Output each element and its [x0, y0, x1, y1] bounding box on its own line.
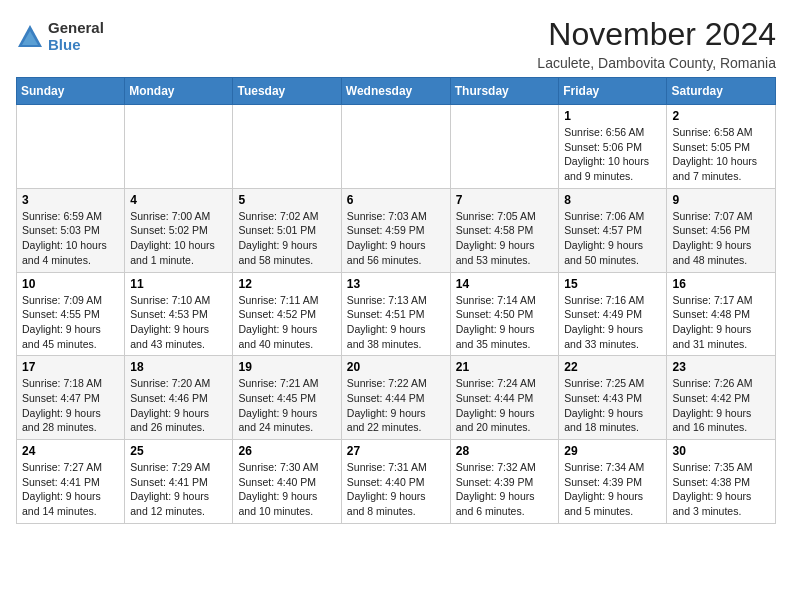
day-number: 23 [672, 360, 770, 374]
calendar-header-row: SundayMondayTuesdayWednesdayThursdayFrid… [17, 78, 776, 105]
day-info: Sunrise: 7:20 AM Sunset: 4:46 PM Dayligh… [130, 376, 227, 435]
month-title: November 2024 [537, 16, 776, 53]
calendar-cell: 8Sunrise: 7:06 AM Sunset: 4:57 PM Daylig… [559, 188, 667, 272]
day-number: 29 [564, 444, 661, 458]
calendar-cell: 19Sunrise: 7:21 AM Sunset: 4:45 PM Dayli… [233, 356, 341, 440]
day-info: Sunrise: 7:13 AM Sunset: 4:51 PM Dayligh… [347, 293, 445, 352]
calendar-week-row: 1Sunrise: 6:56 AM Sunset: 5:06 PM Daylig… [17, 105, 776, 189]
day-number: 20 [347, 360, 445, 374]
day-info: Sunrise: 7:02 AM Sunset: 5:01 PM Dayligh… [238, 209, 335, 268]
day-info: Sunrise: 7:07 AM Sunset: 4:56 PM Dayligh… [672, 209, 770, 268]
weekday-header: Thursday [450, 78, 559, 105]
page-header: General Blue November 2024 Laculete, Dam… [16, 16, 776, 71]
calendar-cell: 15Sunrise: 7:16 AM Sunset: 4:49 PM Dayli… [559, 272, 667, 356]
day-info: Sunrise: 7:22 AM Sunset: 4:44 PM Dayligh… [347, 376, 445, 435]
weekday-header: Saturday [667, 78, 776, 105]
logo-general-text: General [48, 20, 104, 37]
logo-icon [16, 23, 44, 51]
calendar-cell: 13Sunrise: 7:13 AM Sunset: 4:51 PM Dayli… [341, 272, 450, 356]
day-number: 8 [564, 193, 661, 207]
day-info: Sunrise: 7:03 AM Sunset: 4:59 PM Dayligh… [347, 209, 445, 268]
day-info: Sunrise: 7:32 AM Sunset: 4:39 PM Dayligh… [456, 460, 554, 519]
calendar-cell: 21Sunrise: 7:24 AM Sunset: 4:44 PM Dayli… [450, 356, 559, 440]
day-number: 14 [456, 277, 554, 291]
day-info: Sunrise: 7:00 AM Sunset: 5:02 PM Dayligh… [130, 209, 227, 268]
calendar-cell: 11Sunrise: 7:10 AM Sunset: 4:53 PM Dayli… [125, 272, 233, 356]
calendar-cell: 29Sunrise: 7:34 AM Sunset: 4:39 PM Dayli… [559, 440, 667, 524]
calendar-week-row: 17Sunrise: 7:18 AM Sunset: 4:47 PM Dayli… [17, 356, 776, 440]
day-info: Sunrise: 7:18 AM Sunset: 4:47 PM Dayligh… [22, 376, 119, 435]
day-number: 21 [456, 360, 554, 374]
calendar-cell: 9Sunrise: 7:07 AM Sunset: 4:56 PM Daylig… [667, 188, 776, 272]
calendar-cell [233, 105, 341, 189]
calendar-cell: 14Sunrise: 7:14 AM Sunset: 4:50 PM Dayli… [450, 272, 559, 356]
calendar-week-row: 10Sunrise: 7:09 AM Sunset: 4:55 PM Dayli… [17, 272, 776, 356]
day-info: Sunrise: 7:17 AM Sunset: 4:48 PM Dayligh… [672, 293, 770, 352]
calendar-cell: 12Sunrise: 7:11 AM Sunset: 4:52 PM Dayli… [233, 272, 341, 356]
day-info: Sunrise: 7:25 AM Sunset: 4:43 PM Dayligh… [564, 376, 661, 435]
calendar-cell [17, 105, 125, 189]
day-info: Sunrise: 7:06 AM Sunset: 4:57 PM Dayligh… [564, 209, 661, 268]
day-number: 3 [22, 193, 119, 207]
day-info: Sunrise: 7:05 AM Sunset: 4:58 PM Dayligh… [456, 209, 554, 268]
day-info: Sunrise: 7:24 AM Sunset: 4:44 PM Dayligh… [456, 376, 554, 435]
day-number: 1 [564, 109, 661, 123]
day-number: 10 [22, 277, 119, 291]
day-info: Sunrise: 7:10 AM Sunset: 4:53 PM Dayligh… [130, 293, 227, 352]
calendar-cell: 25Sunrise: 7:29 AM Sunset: 4:41 PM Dayli… [125, 440, 233, 524]
calendar-cell: 5Sunrise: 7:02 AM Sunset: 5:01 PM Daylig… [233, 188, 341, 272]
weekday-header: Wednesday [341, 78, 450, 105]
day-info: Sunrise: 7:34 AM Sunset: 4:39 PM Dayligh… [564, 460, 661, 519]
day-info: Sunrise: 6:58 AM Sunset: 5:05 PM Dayligh… [672, 125, 770, 184]
calendar-cell: 18Sunrise: 7:20 AM Sunset: 4:46 PM Dayli… [125, 356, 233, 440]
calendar-week-row: 3Sunrise: 6:59 AM Sunset: 5:03 PM Daylig… [17, 188, 776, 272]
calendar-cell [341, 105, 450, 189]
day-number: 18 [130, 360, 227, 374]
calendar-table: SundayMondayTuesdayWednesdayThursdayFrid… [16, 77, 776, 524]
day-info: Sunrise: 7:14 AM Sunset: 4:50 PM Dayligh… [456, 293, 554, 352]
day-number: 30 [672, 444, 770, 458]
day-info: Sunrise: 6:56 AM Sunset: 5:06 PM Dayligh… [564, 125, 661, 184]
calendar-cell: 30Sunrise: 7:35 AM Sunset: 4:38 PM Dayli… [667, 440, 776, 524]
day-number: 7 [456, 193, 554, 207]
day-number: 15 [564, 277, 661, 291]
day-number: 6 [347, 193, 445, 207]
day-number: 11 [130, 277, 227, 291]
day-number: 22 [564, 360, 661, 374]
day-number: 9 [672, 193, 770, 207]
day-number: 24 [22, 444, 119, 458]
calendar-cell: 23Sunrise: 7:26 AM Sunset: 4:42 PM Dayli… [667, 356, 776, 440]
calendar-cell: 2Sunrise: 6:58 AM Sunset: 5:05 PM Daylig… [667, 105, 776, 189]
calendar-cell: 7Sunrise: 7:05 AM Sunset: 4:58 PM Daylig… [450, 188, 559, 272]
calendar-cell: 22Sunrise: 7:25 AM Sunset: 4:43 PM Dayli… [559, 356, 667, 440]
day-info: Sunrise: 7:30 AM Sunset: 4:40 PM Dayligh… [238, 460, 335, 519]
location-subtitle: Laculete, Dambovita County, Romania [537, 55, 776, 71]
day-number: 2 [672, 109, 770, 123]
day-info: Sunrise: 7:27 AM Sunset: 4:41 PM Dayligh… [22, 460, 119, 519]
day-info: Sunrise: 7:11 AM Sunset: 4:52 PM Dayligh… [238, 293, 335, 352]
day-number: 28 [456, 444, 554, 458]
calendar-cell [450, 105, 559, 189]
weekday-header: Sunday [17, 78, 125, 105]
day-info: Sunrise: 7:16 AM Sunset: 4:49 PM Dayligh… [564, 293, 661, 352]
weekday-header: Friday [559, 78, 667, 105]
calendar-cell: 17Sunrise: 7:18 AM Sunset: 4:47 PM Dayli… [17, 356, 125, 440]
calendar-cell: 24Sunrise: 7:27 AM Sunset: 4:41 PM Dayli… [17, 440, 125, 524]
day-number: 26 [238, 444, 335, 458]
day-info: Sunrise: 7:29 AM Sunset: 4:41 PM Dayligh… [130, 460, 227, 519]
day-number: 19 [238, 360, 335, 374]
weekday-header: Monday [125, 78, 233, 105]
calendar-week-row: 24Sunrise: 7:27 AM Sunset: 4:41 PM Dayli… [17, 440, 776, 524]
calendar-cell [125, 105, 233, 189]
day-info: Sunrise: 7:21 AM Sunset: 4:45 PM Dayligh… [238, 376, 335, 435]
calendar-cell: 6Sunrise: 7:03 AM Sunset: 4:59 PM Daylig… [341, 188, 450, 272]
calendar-cell: 4Sunrise: 7:00 AM Sunset: 5:02 PM Daylig… [125, 188, 233, 272]
day-number: 12 [238, 277, 335, 291]
calendar-cell: 16Sunrise: 7:17 AM Sunset: 4:48 PM Dayli… [667, 272, 776, 356]
weekday-header: Tuesday [233, 78, 341, 105]
day-number: 5 [238, 193, 335, 207]
calendar-cell: 1Sunrise: 6:56 AM Sunset: 5:06 PM Daylig… [559, 105, 667, 189]
calendar-cell: 3Sunrise: 6:59 AM Sunset: 5:03 PM Daylig… [17, 188, 125, 272]
calendar-cell: 27Sunrise: 7:31 AM Sunset: 4:40 PM Dayli… [341, 440, 450, 524]
day-info: Sunrise: 7:09 AM Sunset: 4:55 PM Dayligh… [22, 293, 119, 352]
